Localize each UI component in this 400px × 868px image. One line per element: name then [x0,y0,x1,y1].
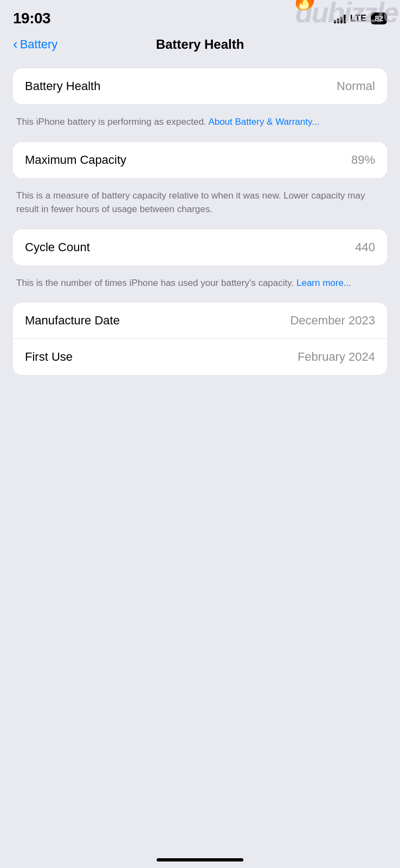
first-use-label: First Use [25,350,73,364]
maximum-capacity-row: Maximum Capacity 89% [13,142,387,178]
status-bar: 19:03 LTE 82 🔥 dubizzle [0,0,400,33]
maximum-capacity-card: Maximum Capacity 89% [13,142,387,178]
manufacture-date-row: Manufacture Date December 2023 [13,303,387,339]
maximum-capacity-value: 89% [351,153,375,167]
cycle-count-description: This is the number of times iPhone has u… [13,270,387,303]
page-title: Battery Health [156,37,244,52]
back-button[interactable]: ‹ Battery [13,37,57,52]
maximum-capacity-description: This is a measure of battery capacity re… [13,182,387,229]
battery-health-card: Battery Health Normal [13,68,387,104]
status-right: LTE 82 🔥 dubizzle [334,12,387,24]
battery-health-label: Battery Health [25,79,100,93]
content-area: Battery Health Normal This iPhone batter… [0,63,400,401]
battery-level: 82 [371,12,387,24]
maximum-capacity-label: Maximum Capacity [25,153,126,167]
manufacture-date-label: Manufacture Date [25,314,120,328]
first-use-value: February 2024 [298,350,375,364]
manufacture-date-value: December 2023 [290,314,375,328]
cycle-count-card: Cycle Count 440 [13,229,387,265]
battery-health-description: This iPhone battery is performing as exp… [13,108,387,142]
lte-label: LTE [350,14,367,23]
battery-indicator: 82 [371,12,387,24]
dates-card: Manufacture Date December 2023 First Use… [13,303,387,375]
battery-health-value: Normal [337,79,375,93]
battery-warranty-link[interactable]: About Battery & Warranty... [208,117,319,127]
signal-icon [334,14,346,23]
status-time: 19:03 [13,10,50,27]
cycle-count-row: Cycle Count 440 [13,229,387,265]
back-label: Battery [20,37,58,52]
back-chevron-icon: ‹ [13,37,18,51]
first-use-row: First Use February 2024 [13,339,387,375]
learn-more-link[interactable]: Learn more... [296,278,351,288]
nav-header: ‹ Battery Battery Health [0,33,400,63]
battery-health-row: Battery Health Normal [13,68,387,104]
cycle-count-value: 440 [355,240,375,254]
home-indicator [157,858,243,861]
cycle-count-label: Cycle Count [25,240,90,254]
